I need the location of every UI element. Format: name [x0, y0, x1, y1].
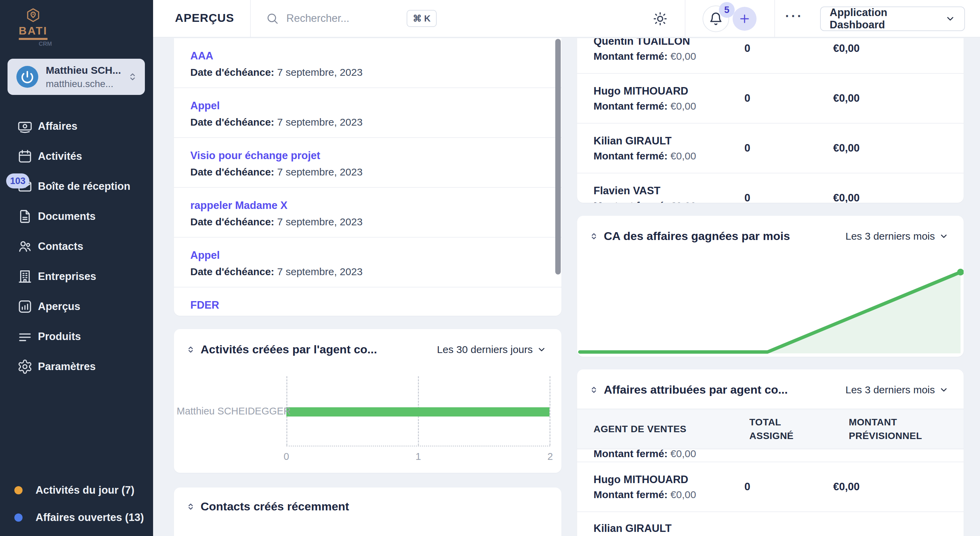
closed-value: €0,00 [670, 51, 696, 62]
list-item[interactable]: Appel Date d'échéance: 7 septembre, 2023 [174, 238, 562, 287]
agent-closed-amount: Montant fermé: €0,00 [593, 489, 706, 501]
card-header: Affaires attribuées par agent co... Les … [577, 369, 964, 396]
due-label: Date d'échéance: [190, 67, 274, 78]
sidebar-item-produits[interactable]: Produits [0, 322, 153, 352]
sidebar-item-apercus[interactable]: Aperçus [0, 292, 153, 322]
agent-name: Kilian GIRAULT [593, 522, 964, 534]
sidebar-shortcut-activites-du-jour[interactable]: Activités du jour (7) [0, 479, 153, 501]
list-icon [17, 329, 33, 344]
drag-handle-icon[interactable] [186, 501, 196, 512]
agent-name: Quentin TUAILLON [593, 38, 706, 48]
users-icon [17, 239, 33, 254]
column-header-agent: AGENT DE VENTES [593, 422, 706, 436]
sidebar-item-label: Paramètres [38, 360, 95, 373]
orange-dot-icon [14, 486, 22, 494]
scrollbar-thumb[interactable] [555, 39, 561, 274]
card-header: Activités créées par l'agent co... Les 3… [174, 329, 562, 356]
activity-link[interactable]: FDER [190, 299, 219, 311]
bar-chart-plot [286, 376, 550, 446]
table-row[interactable]: Hugo MITHOUARD Montant fermé: €0,00 0 €0… [577, 74, 964, 124]
user-name: Matthieu SCH... [46, 65, 127, 76]
user-info: Matthieu SCH... matthieu.sche... [46, 65, 127, 89]
drag-handle-icon[interactable] [589, 231, 599, 241]
total-assigned-cell: 0 [706, 192, 788, 203]
drag-handle-icon[interactable] [186, 344, 196, 355]
table-row[interactable]: Kilian GIRAULT Montant fermé: €0,00 0 €0… [577, 124, 964, 173]
theme-toggle-button[interactable] [653, 11, 668, 26]
building-icon [17, 269, 33, 284]
page-title: APERÇUS [175, 11, 234, 25]
sidebar-item-activites[interactable]: Activités [0, 141, 153, 171]
bar-chart-icon [17, 299, 33, 314]
table-row-partial[interactable]: Kilian GIRAULT [577, 512, 964, 534]
list-item[interactable]: Appel Date d'échéance: 7 septembre, 2023 [174, 88, 562, 138]
table-row[interactable]: Flavien VAST Montant fermé: €0,00 0 €0,0… [577, 173, 964, 203]
due-label: Date d'échéance: [190, 166, 274, 178]
brand-name: BATI [19, 25, 48, 40]
due-value: 7 septembre, 2023 [277, 166, 363, 178]
closed-value: €0,00 [670, 449, 696, 459]
sidebar-item-documents[interactable]: Documents [0, 201, 153, 232]
sidebar-item-contacts[interactable]: Contacts [0, 232, 153, 262]
closed-value: €0,00 [670, 200, 696, 203]
card-title: Contacts créés récemment [200, 500, 349, 513]
list-item[interactable]: rappeler Madame X Date d'échéance: 7 sep… [174, 188, 562, 238]
plus-icon [738, 12, 751, 25]
sidebar-item-entreprises[interactable]: Entreprises [0, 262, 153, 292]
assigned-deals-card: Affaires attribuées par agent co... Les … [577, 369, 964, 536]
sidebar-item-boite-de-reception[interactable]: 103 Boîte de réception [0, 171, 153, 201]
closed-value: €0,00 [670, 489, 696, 500]
sidebar-shortcut-affaires-ouvertes[interactable]: Affaires ouvertes (13) [0, 507, 153, 528]
due-value: 7 septembre, 2023 [277, 116, 363, 128]
range-selector[interactable]: Les 3 derniers mois [845, 384, 948, 396]
closed-label: Montant fermé: [593, 489, 668, 500]
due-value: 7 septembre, 2023 [277, 216, 363, 227]
calendar-icon [17, 149, 33, 164]
list-item[interactable]: AAA Date d'échéance: 7 septembre, 2023 [174, 38, 562, 88]
list-item[interactable]: Visio pour échange projet Date d'échéanc… [174, 138, 562, 188]
list-item[interactable]: FDER Date d'échéance: 7 septembre, 2023 [174, 287, 562, 316]
create-new-button[interactable] [733, 7, 757, 31]
gear-icon [17, 359, 33, 374]
activity-link[interactable]: rappeler Madame X [190, 199, 287, 212]
range-selector[interactable]: Les 3 derniers mois [845, 230, 948, 242]
card-title: CA des affaires gagnées par mois [604, 230, 790, 243]
activity-link[interactable]: Appel [190, 100, 220, 112]
chevrons-up-down-icon [127, 71, 138, 82]
sidebar-item-label: Contacts [38, 240, 83, 253]
table-row[interactable]: Quentin TUAILLON Montant fermé: €0,00 0 … [577, 38, 964, 74]
column-header-text: MONTANT PRÉVISIONNEL [849, 415, 934, 443]
activity-due-date: Date d'échéance: 7 septembre, 2023 [190, 216, 562, 228]
activity-link[interactable]: AAA [190, 50, 213, 62]
more-options-button[interactable]: ··· [785, 9, 803, 24]
sidebar-item-affaires[interactable]: Affaires [0, 111, 153, 141]
chevron-down-icon [537, 345, 546, 354]
brand-subtitle: CRM [14, 41, 52, 48]
activity-link[interactable]: Appel [190, 249, 220, 262]
range-selector[interactable]: Les 30 derniers jours [437, 344, 546, 355]
closed-label: Montant fermé: [593, 51, 668, 62]
gridline [549, 376, 550, 446]
avatar [16, 66, 38, 88]
dashboard-selector[interactable]: Application Dashboard [820, 6, 965, 31]
inbox-count-badge: 103 [6, 173, 29, 189]
closed-label: Montant fermé: [593, 150, 668, 162]
drag-handle-icon[interactable] [589, 385, 599, 395]
topbar-divider [250, 0, 251, 37]
search-icon [266, 12, 279, 25]
agent-name: Kilian GIRAULT [593, 135, 706, 147]
search-input[interactable]: Rechercher... [266, 0, 349, 37]
forecast-amount-cell: €0,00 [788, 92, 905, 105]
activities-list-card: AAA Date d'échéance: 7 septembre, 2023 A… [174, 38, 562, 316]
agents-table-card: Quentin TUAILLON Montant fermé: €0,00 0 … [577, 38, 964, 203]
sidebar-nav: Affaires Activités 103 Boîte de réceptio… [0, 111, 153, 382]
table-row-partial[interactable]: Montant fermé: €0,00 [577, 449, 964, 462]
activity-link[interactable]: Visio pour échange projet [190, 149, 320, 162]
range-label: Les 30 derniers jours [437, 344, 533, 355]
agent-cell: Quentin TUAILLON Montant fermé: €0,00 [593, 38, 706, 62]
workspace-user-selector[interactable]: Matthieu SCH... matthieu.sche... [8, 59, 145, 95]
closed-label: Montant fermé: [593, 449, 668, 459]
power-icon [21, 70, 34, 84]
table-row[interactable]: Hugo MITHOUARD Montant fermé: €0,00 0 €0… [577, 462, 964, 512]
sidebar-item-parametres[interactable]: Paramètres [0, 352, 153, 382]
